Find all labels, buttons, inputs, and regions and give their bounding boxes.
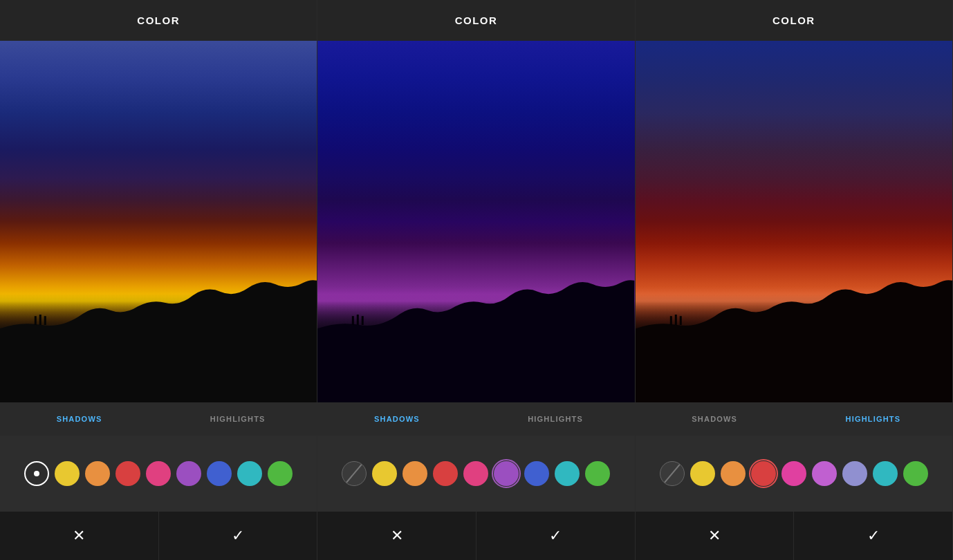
panel-2-tab-highlights[interactable]: HIGHLIGHTS	[476, 402, 635, 436]
panel-3-image	[636, 41, 952, 402]
panel-2-title: COLOR	[455, 15, 498, 26]
panel-1-actions: ✕ ✓	[0, 512, 317, 560]
panel-3-color-purple-light[interactable]	[812, 461, 837, 486]
panel-1-image	[0, 41, 317, 402]
panel-3-color-picker	[636, 436, 952, 512]
panel-2-actions: ✕ ✓	[317, 512, 634, 560]
panel-1-color-blue[interactable]	[207, 461, 232, 486]
panel-2-color-none[interactable]	[342, 461, 367, 486]
panel-2: COLOR SHADOWS HIGHLIGHTS ✕ ✓	[317, 0, 635, 560]
panel-2-tab-shadows[interactable]: SHADOWS	[317, 402, 476, 436]
panel-2-color-yellow[interactable]	[372, 461, 397, 486]
panel-1-photo	[0, 41, 317, 402]
panel-2-confirm-button[interactable]: ✓	[476, 512, 635, 560]
panel-2-cancel-button[interactable]: ✕	[317, 512, 476, 560]
panel-3-color-yellow[interactable]	[690, 461, 715, 486]
panel-1-color-pink[interactable]	[146, 461, 171, 486]
panel-3-color-lavender[interactable]	[842, 461, 867, 486]
panel-3-photo	[636, 41, 952, 402]
panel-1-header: COLOR	[0, 0, 317, 41]
panel-2-image	[317, 41, 634, 402]
panel-3-color-pink[interactable]	[781, 461, 806, 486]
panel-3-color-green[interactable]	[903, 461, 928, 486]
panel-2-color-purple[interactable]	[494, 461, 519, 486]
panel-1-color-purple[interactable]	[176, 461, 201, 486]
panel-1-tabs: SHADOWS HIGHLIGHTS	[0, 402, 317, 436]
panel-2-color-picker	[317, 436, 634, 512]
panel-1-tab-shadows[interactable]: SHADOWS	[0, 402, 158, 436]
panel-1-color-orange[interactable]	[85, 461, 110, 486]
panel-3-tabs: SHADOWS HIGHLIGHTS	[636, 402, 952, 436]
panel-3-title: COLOR	[772, 15, 815, 26]
panel-3-cancel-button[interactable]: ✕	[636, 512, 795, 560]
panel-1-color-red[interactable]	[115, 461, 140, 486]
panel-2-color-red[interactable]	[433, 461, 458, 486]
panel-1-color-picker	[0, 436, 317, 512]
panel-2-photo	[317, 41, 634, 402]
panel-3-tab-shadows[interactable]: SHADOWS	[636, 402, 794, 436]
panel-3-confirm-button[interactable]: ✓	[794, 512, 952, 560]
panel-1-color-green[interactable]	[268, 461, 293, 486]
panel-3-tab-highlights[interactable]: HIGHLIGHTS	[794, 402, 952, 436]
panel-3-color-orange[interactable]	[721, 461, 746, 486]
panel-2-color-orange[interactable]	[403, 461, 427, 486]
panel-3-color-red[interactable]	[751, 461, 776, 486]
panel-1-color-cyan[interactable]	[237, 461, 262, 486]
panel-3: COLOR SHADOWS HIGHLIGHTS ✕ ✓	[636, 0, 953, 560]
panel-1-confirm-button[interactable]: ✓	[159, 512, 317, 560]
panel-1-title: COLOR	[137, 15, 180, 26]
panel-3-actions: ✕ ✓	[636, 512, 952, 560]
panel-3-color-none[interactable]	[660, 461, 685, 486]
panel-1: COLOR SHADOWS HIGHLIGHTS ✕ ✓	[0, 0, 317, 560]
panel-1-color-none[interactable]	[24, 461, 49, 486]
panel-2-color-cyan[interactable]	[555, 461, 580, 486]
panel-1-color-yellow[interactable]	[55, 461, 80, 486]
panel-2-header: COLOR	[317, 0, 634, 41]
panel-3-color-cyan[interactable]	[873, 461, 898, 486]
panel-2-color-pink[interactable]	[463, 461, 488, 486]
panel-3-header: COLOR	[636, 0, 952, 41]
panel-2-tabs: SHADOWS HIGHLIGHTS	[317, 402, 634, 436]
panel-2-color-green[interactable]	[585, 461, 610, 486]
panel-1-tab-highlights[interactable]: HIGHLIGHTS	[158, 402, 317, 436]
panel-2-color-blue[interactable]	[524, 461, 549, 486]
panel-1-cancel-button[interactable]: ✕	[0, 512, 159, 560]
